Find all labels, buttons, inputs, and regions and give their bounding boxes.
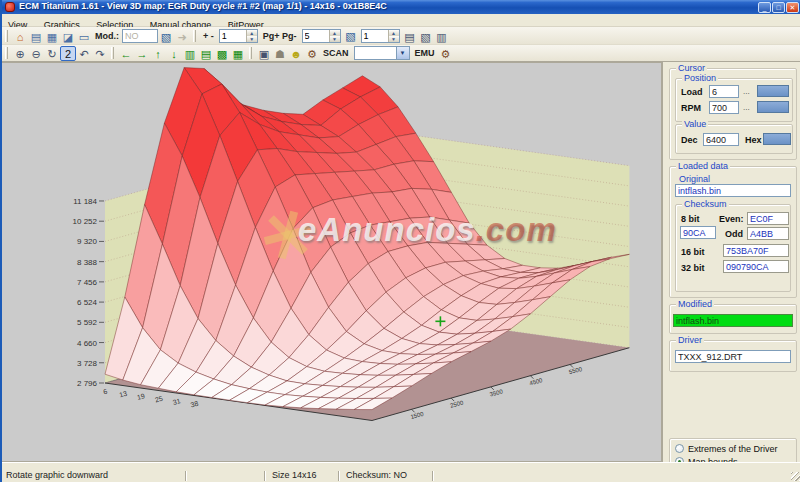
load-more-button[interactable]: ... [743,87,750,96]
toolbar-grip[interactable] [249,47,252,59]
svg-text:10 252: 10 252 [73,217,98,226]
svg-text:6 524: 6 524 [77,298,98,307]
loaded-data-group-label: Loaded data [676,161,730,171]
checksum-16bit-value: 753BA70F [723,244,789,257]
rpm-position-bar [757,101,789,113]
position-group-label: Position [682,73,718,83]
status-strip [2,462,800,470]
rpm-label: RPM [681,103,701,113]
status-hint: Rotate graphic downward [6,470,108,480]
table-view-icon[interactable]: ▦ [44,29,60,44]
svg-text:4 660: 4 660 [77,339,98,348]
settings-gear-icon[interactable]: ⚙ [304,46,320,61]
load-input[interactable] [709,85,739,98]
move-left-icon[interactable]: ← [118,46,134,61]
toolbar-grip[interactable] [111,47,114,59]
zoom-out-icon[interactable]: ⊖ [28,46,44,61]
step-down-button[interactable]: ▼ [246,36,257,42]
even-checksum-value: EC0F [747,212,789,225]
toolbar-view: ⊕⊖↻2↶↷ ←→↑↓ ▥▤▩▦ ▣☗☻⚙ SCAN ▼ EMU ⚙ [2,45,800,62]
modified-file-field[interactable]: intflash.bin [673,314,793,327]
scan-combobox[interactable]: ▼ [354,46,410,60]
table-window-icon[interactable]: ▤ [402,29,418,44]
3d-map-view[interactable]: 2 7963 7284 6605 5926 5247 4568 3889 320… [2,62,662,462]
odd-checksum-value: A4BB [747,227,789,240]
emu-gear-icon[interactable]: ⚙ [438,46,454,61]
app-window: ECM Titanium 1.61 - View 3D map: EGR Dut… [0,0,800,482]
zoom-in-icon[interactable]: ⊕ [12,46,28,61]
driver-input[interactable] [675,350,791,363]
checksum-8bit-label: 8 bit [681,214,700,224]
svg-text:5 592: 5 592 [77,318,98,327]
svg-text:7 456: 7 456 [77,278,98,287]
copy-map-icon[interactable]: ▤ [28,29,44,44]
rotate-icon[interactable]: ↻ [44,46,60,61]
odd-label: Odd [725,229,743,239]
select-row-icon[interactable]: ▥ [182,46,198,61]
3d-surface-plot[interactable]: 2 7963 7284 6605 5926 5247 4568 3889 320… [2,63,660,461]
dec-label: Dec [681,135,698,145]
surface-window-icon[interactable]: ▧ [418,29,434,44]
svg-text:8 388: 8 388 [77,258,98,267]
driver-user-icon[interactable]: ☻ [288,46,304,61]
extremes-radio[interactable] [675,444,684,453]
select-map-icon[interactable]: ▦ [230,46,246,61]
rotate-step-button[interactable]: 2 [60,46,76,61]
graph-view-icon[interactable]: ◪ [60,29,76,44]
monitor-icon[interactable]: ▣ [256,46,272,61]
toolbar-grip[interactable] [5,30,8,42]
svg-text:2 796: 2 796 [77,379,98,388]
z-step-spinner: ▲ ▼ [361,29,400,43]
close-button[interactable]: ✕ [786,2,799,13]
original-file-input[interactable] [675,184,791,197]
z-down-button[interactable]: ▼ [388,36,399,42]
svg-text:3 728: 3 728 [77,359,98,368]
z-step-icon[interactable]: ▧ [343,28,359,43]
title-bar: ECM Titanium 1.61 - View 3D map: EGR Dut… [2,0,800,14]
original-label: Original [677,174,712,184]
page-step-input[interactable] [303,30,329,42]
alarm-icon[interactable]: ☗ [272,46,288,61]
select-block-icon[interactable]: ▩ [214,46,230,61]
chevron-down-icon[interactable]: ▼ [396,47,409,59]
apply-arrow-icon[interactable]: ➜ [174,29,190,44]
svg-text:9 320: 9 320 [77,237,98,246]
mod-input[interactable] [122,29,158,43]
hex-label: Hex [745,135,762,145]
dec-input[interactable] [703,133,739,146]
z-step-input[interactable] [362,30,388,42]
move-up-icon[interactable]: ↑ [150,46,166,61]
select-column-icon[interactable]: ▤ [198,46,214,61]
page-down-button[interactable]: ▼ [329,36,340,42]
page-step-spinner: ▲ ▼ [302,29,341,43]
svg-text:11 184: 11 184 [73,197,97,206]
minimize-button[interactable]: _ [758,2,771,13]
resize-grip[interactable] [791,472,800,481]
window-view-icon[interactable]: ▭ [76,29,92,44]
checksum-8bit-input[interactable] [680,226,716,239]
scan-value [355,47,396,59]
load-label: Load [681,87,703,97]
plus-minus-label: + - [200,31,217,41]
toolbar-grip[interactable] [5,47,8,59]
toolbar-grip[interactable] [193,30,196,42]
map-window-icon[interactable]: ▥ [434,29,450,44]
redo-icon[interactable]: ↷ [92,46,108,61]
checksum-16bit-label: 16 bit [681,247,705,257]
undo-icon[interactable]: ↶ [76,46,92,61]
modified-group-label: Modified [676,299,714,309]
maximize-button[interactable]: □ [772,2,785,13]
rpm-more-button[interactable]: ... [743,103,750,112]
move-down-icon[interactable]: ↓ [166,46,182,61]
scan-label: SCAN [320,48,352,58]
side-panel: Cursor Position Load ... RPM ... Value D… [662,62,800,462]
checksum-32bit-label: 32 bit [681,263,705,273]
move-right-icon[interactable]: → [134,46,150,61]
emu-label: EMU [412,48,438,58]
map-3d-icon[interactable]: ▧ [158,29,174,44]
home-icon[interactable]: ⌂ [12,29,28,44]
app-icon [5,2,15,12]
rpm-input[interactable] [709,101,739,114]
menu-bar: View Graphics Selection Manual change Bi… [2,14,800,27]
step-input[interactable] [220,30,246,42]
